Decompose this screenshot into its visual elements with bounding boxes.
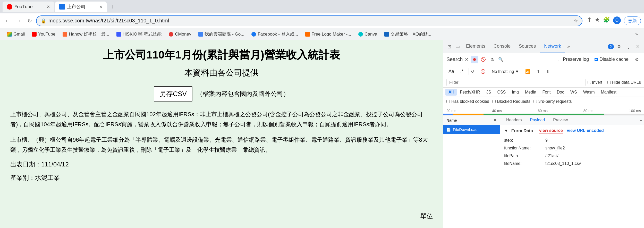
- tab-active[interactable]: 上市公司... ✕: [55, 2, 107, 12]
- bookmark-freelogomaker[interactable]: Free Logo Maker -...: [302, 31, 354, 38]
- bookmark-star-icon[interactable]: ☆: [574, 18, 578, 24]
- csv-button[interactable]: 另存CSV: [154, 86, 192, 102]
- filter-input[interactable]: [446, 79, 586, 86]
- tab-bar: YouTube ✕ 上市公司... ✕ +: [0, 0, 644, 13]
- devtools-close-icon[interactable]: ✕: [634, 42, 642, 51]
- devtools-tab-elements-label: Elements: [466, 44, 485, 49]
- throttle-selector[interactable]: No throttling ▼: [490, 68, 521, 75]
- reload-btn[interactable]: ↻: [26, 16, 33, 26]
- type-btn-media[interactable]: Media: [522, 89, 539, 96]
- reload-icon[interactable]: ↺: [469, 68, 476, 75]
- type-btn-font[interactable]: Font: [539, 89, 554, 96]
- disable-cache-checkbox[interactable]: [595, 58, 598, 61]
- bookmark-youtube[interactable]: YouTube: [29, 31, 58, 38]
- bookmark-gdrive[interactable]: 我的雲端硬碟 - Go...: [195, 30, 247, 38]
- form-data-title: Form Data: [511, 128, 533, 133]
- file-row-filedownload[interactable]: 📄 FileDownLoad: [443, 125, 500, 134]
- lock-icon: 🔒: [41, 18, 46, 24]
- body-text-2: 上市櫃、（興）櫃公司自96年起電子工業細分為「半導體業、電腦及週邊設備業、光電業…: [10, 135, 433, 155]
- bookmark-hiskio-label: HiSKIO 嗨 程式技能: [123, 31, 162, 37]
- clear-btn[interactable]: 🚫: [479, 56, 487, 63]
- upload-icon[interactable]: ⬆: [535, 68, 542, 75]
- type-btn-ws-label: WS: [570, 90, 577, 94]
- back-btn[interactable]: ←: [3, 16, 12, 26]
- devtools-settings-icon[interactable]: ⚙: [615, 42, 623, 51]
- new-tab-btn[interactable]: +: [108, 2, 118, 12]
- bookmark-canva[interactable]: Canva: [355, 31, 380, 38]
- tab-youtube[interactable]: YouTube ✕: [3, 2, 54, 12]
- regex-btn[interactable]: .*: [458, 68, 465, 75]
- preserve-log-option[interactable]: Preserve log: [558, 57, 589, 62]
- options-row: Preserve log Disable cache: [558, 57, 629, 62]
- bookmark-hiskio[interactable]: HiSKIO 嗨 程式技能: [113, 30, 165, 38]
- hide-data-option[interactable]: Hide data URLs: [607, 80, 641, 85]
- third-party-option[interactable]: 3rd-party requests: [533, 99, 572, 104]
- file-list-header: Name ✕: [443, 115, 500, 125]
- disable-cache-option[interactable]: Disable cache: [595, 57, 629, 62]
- type-btn-all[interactable]: All: [445, 89, 457, 96]
- bookmark-cmoney[interactable]: CMoney: [166, 31, 194, 38]
- bookmarks-more-btn[interactable]: »: [633, 30, 640, 38]
- type-btn-fetchxhr[interactable]: Fetch/XHR: [457, 89, 483, 96]
- type-btn-css[interactable]: CSS: [494, 89, 509, 96]
- view-source-link[interactable]: view source: [539, 128, 563, 133]
- search-close-icon[interactable]: ✕: [465, 57, 469, 62]
- devtools-search-row: Search ✕ ⏺ 🚫 ⚗ 🔍 Preserve log Disable ca…: [443, 53, 644, 66]
- clear-icon[interactable]: 🚫: [478, 68, 488, 75]
- bookmark-gmail[interactable]: Gmail: [4, 31, 28, 38]
- type-btn-wasm[interactable]: Wasm: [580, 89, 598, 96]
- hide-data-checkbox[interactable]: [607, 81, 611, 84]
- bookmark-icon[interactable]: ★: [595, 16, 600, 25]
- devtools-tab-sources[interactable]: Sources: [515, 40, 540, 53]
- extension-icon[interactable]: 🧩: [603, 16, 610, 25]
- search-icon[interactable]: 🔍: [497, 56, 505, 63]
- xq-icon: [384, 32, 389, 37]
- type-btn-js[interactable]: JS: [483, 89, 494, 96]
- devtools-more-icon[interactable]: ⋮: [624, 42, 633, 51]
- download-icon[interactable]: ⬇: [544, 68, 552, 75]
- devtools-tab-console[interactable]: Console: [489, 40, 515, 53]
- aa-label[interactable]: Aa: [446, 68, 456, 75]
- detail-tab-more-icon[interactable]: »: [640, 118, 642, 123]
- type-btn-img[interactable]: Img: [509, 89, 522, 96]
- share-icon[interactable]: ⬆: [587, 16, 592, 25]
- view-url-encoded-link[interactable]: view URL-encoded: [567, 128, 604, 133]
- devtools-tab-elements[interactable]: Elements: [462, 40, 489, 53]
- invert-option[interactable]: Invert: [588, 80, 602, 85]
- bookmark-facebook[interactable]: Facebook－登入或...: [248, 30, 301, 38]
- filter-icon[interactable]: ⚗: [488, 56, 496, 63]
- type-btn-ws[interactable]: WS: [567, 89, 580, 96]
- body-text-1: 上市櫃公司、興櫃公司、及金管會主管之金融業自民國102年起適用IFRSs；非上市…: [10, 109, 433, 130]
- file-list-close-icon[interactable]: ✕: [493, 118, 497, 123]
- third-party-checkbox[interactable]: [533, 100, 537, 103]
- devtools-tab-network[interactable]: Network: [540, 40, 565, 53]
- detail-tab-payload[interactable]: Payload: [526, 115, 549, 125]
- invert-checkbox[interactable]: [588, 81, 591, 84]
- blocked-cookies-checkbox[interactable]: [446, 100, 450, 103]
- type-btn-doc[interactable]: Doc: [554, 89, 567, 96]
- form-data-chevron-icon[interactable]: ▼: [504, 129, 508, 133]
- detail-tab-preview[interactable]: Preview: [549, 115, 572, 125]
- blocked-requests-option[interactable]: Blocked Requests: [492, 99, 530, 104]
- bookmark-facebook-label: Facebook－登入或...: [258, 31, 298, 37]
- record-btn[interactable]: ⏺: [471, 56, 478, 63]
- type-btn-manifest[interactable]: Manifest: [598, 89, 620, 96]
- profile-icon[interactable]: O: [613, 16, 621, 24]
- detail-tab-headers[interactable]: Headers: [502, 115, 526, 125]
- tab-youtube-close[interactable]: ✕: [47, 4, 50, 9]
- forward-btn[interactable]: →: [14, 16, 23, 26]
- youtube-icon: [32, 32, 37, 37]
- bookmark-hahow[interactable]: Hahow 好學校｜最...: [60, 30, 112, 38]
- devtools-pointer-icon[interactable]: ⊡: [445, 42, 453, 51]
- preserve-log-checkbox[interactable]: [558, 58, 561, 61]
- blocked-cookies-option[interactable]: Has blocked cookies: [446, 99, 489, 104]
- update-btn[interactable]: 更新: [624, 16, 641, 25]
- devtools-device-icon[interactable]: ▭: [453, 42, 462, 51]
- bookmark-xq[interactable]: 交易策略｜XQ的點...: [381, 30, 434, 38]
- devtools-tab-more[interactable]: »: [565, 44, 572, 49]
- url-bar[interactable]: 🔒 mops.twse.com.tw/nas/t21/sii/t21sc03_1…: [36, 15, 582, 26]
- wifi-icon[interactable]: 📶: [523, 68, 532, 75]
- tab-active-close[interactable]: ✕: [99, 4, 103, 9]
- blocked-requests-checkbox[interactable]: [492, 100, 496, 103]
- network-settings-icon[interactable]: ⚙: [633, 55, 641, 64]
